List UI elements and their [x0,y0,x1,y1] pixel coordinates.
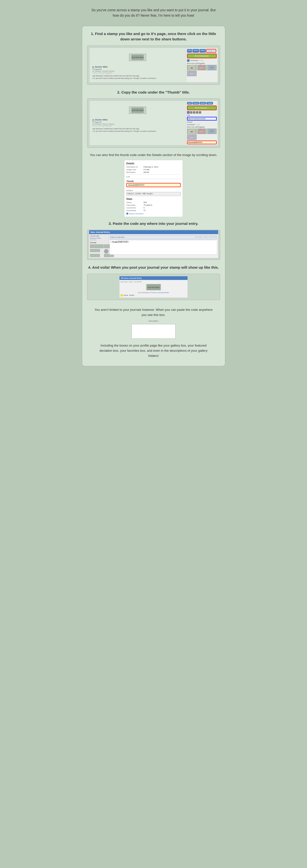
desc-box[interactable] [131,324,176,339]
details-link-row: Link [126,176,181,178]
journal-preview: Devious Journal Entry Sun Aug 7, 2011, 1… [119,276,188,298]
edit-skin-link[interactable]: Edit skin [90,239,108,241]
details-thumb-code[interactable]: :thumb359975707: [126,183,181,187]
step2-more-from: More from spFlingpallor [187,126,217,128]
svg-text:DOCTOR WHO: DOCTOR WHO [131,57,144,58]
journal-preview-body: Sun Aug 7, 2011, 10:03 PM DOCTOR WHO No … [120,280,187,298]
svg-text:NCIS: NCIS [211,130,213,132]
details-favs-label: Favourites [126,204,144,206]
thumb-item-4: QUEEN [187,71,196,76]
details-resolution-row: Resolution 99×56 [126,171,181,174]
svg-text:DOCTOR WHO: DOCTOR WHO [131,110,144,111]
step2-download-row: Download 4.0 KB [187,124,217,125]
svg-text:QUEEN: QUEEN [190,137,193,138]
download-label[interactable]: Download [190,60,198,61]
mood-value: Artistic [129,294,134,296]
step2-stat-btn[interactable]: Stat [187,102,192,104]
step2-icon1 [187,111,189,114]
prev-entries-link[interactable]: Previous Journal Entries [150,292,169,293]
step2-download-label[interactable]: Download [187,124,195,125]
page-copyright: ©2011-2015 spFlingpallor [93,72,183,74]
details-thumb-label: Thumb [126,180,181,183]
page-info: p: Doctor Who fFlingpallor Art Related /… [92,65,184,80]
tweet-button[interactable]: Tweet ▼ [206,49,216,53]
details-favs-row: Favourites 75 (who?) [126,204,181,206]
thumb-grid: ◉◉ BEATLES NCIS QUEEN [187,65,217,76]
details-embed-code: <object width= 400 height [126,192,181,195]
report-label[interactable]: Report Deviation [129,213,144,215]
step2-page-title: p: Doctor Who [93,119,183,121]
details-views-label: Views [126,201,144,204]
download-size: 4.0 KB [198,60,204,61]
stat-button[interactable]: Stat [187,49,192,53]
thumb-item-3: NCIS [207,65,217,70]
mood-icon [120,294,123,297]
step2-link-value[interactable]: http://m.deviant.club/ok [187,117,217,121]
click-to-add: Click to add title [111,236,124,238]
step2-page-right: Stat Share Share Tweet ★ In Favourit... [186,101,218,145]
step2-stamp-thumb: DOCTOR WHO [129,106,146,114]
step2-tweet-btn[interactable]: Tweet [206,102,213,104]
step2-thumb-code: :thumb359975707: [187,141,217,144]
fav-button[interactable]: ★ In Favourites [187,54,217,58]
mood-row: Mood: Artistic [120,294,187,297]
share-buttons-row: Stat Share Share Tweet ▼ [187,49,217,53]
outro-section: You aren't limited to your journals howe… [87,305,220,361]
journal-preview-date: Sun Aug 7, 2011, 10:03 PM [120,281,187,283]
step2-thumb-2: BEATLES [197,129,207,134]
page-author: fFlingpallor [93,68,183,70]
journal-content[interactable]: :thumb359975707: [110,240,217,255]
details-comments-label: Comments [126,207,144,209]
details-title: Details [126,162,181,165]
svg-text:DOCTOR WHO: DOCTOR WHO [147,286,160,288]
step2-fav-btn[interactable]: ★ In Favourit... [187,105,217,110]
details-imagesize-val: 4.0 KB [144,168,149,171]
outro-text2: Including the boxes on your profile page… [87,341,220,361]
page-say: say! Because I looked and couldn't find … [93,75,183,77]
sidebar-thumb-7 [90,254,100,257]
step2-breadcrumb: Art Related / Deviant Stamps [93,123,183,125]
download-icon [187,59,189,62]
step4-inner: Devious Journal Entry Sun Aug 7, 2011, 1… [87,274,220,300]
step4-screenshot: Devious Journal Entry Sun Aug 7, 2011, 1… [87,274,220,300]
details-favs-val: 75 (who?) [144,204,152,206]
journal-title-bar[interactable]: Click to add title Sun Aug 7, 2011, 10:0… [110,235,217,239]
skin-name: Deviant Green [90,237,108,239]
step2-share-btn[interactable]: Share [192,102,199,104]
step4-title: 4. And voila! When you post your journal… [87,265,220,270]
sidebar-thumb-5 [104,249,109,253]
details-downloads-row: Downloads 17 [126,209,181,212]
sidebar-items [90,244,108,257]
journal-label: Journal [90,242,108,244]
step2-inner: DOCTOR WHO p: Doctor Who fFlingpallor Ar… [89,101,218,146]
more-from-label: More from spFlingpallor [187,62,217,64]
desc-container: Description [87,320,220,339]
svg-text:◉◉: ◉◉ [191,67,193,69]
journal-preview-stamp: DOCTOR WHO [146,284,161,290]
journal-preview-header: Devious Journal Entry [120,276,187,280]
journal-footer: No Comments | Previous Journal Entries [120,292,187,293]
share-button-1[interactable]: Share [192,49,199,53]
page-note: e it, you don't have to bother yourself … [93,78,183,79]
step2-share-btn2[interactable]: Share [199,102,206,104]
share-button-2[interactable]: Share [199,49,206,53]
svg-text:QUEEN: QUEEN [190,73,193,74]
stamp-thumb: DOCTOR WHO [129,54,146,61]
mood-label: Mood: [124,294,128,296]
details-embed-row: Embed [126,189,181,191]
journal-date-placeholder: Sun Aug 7, 2011, 10:03 PM [195,236,216,238]
step2-author: fFlingpallor [93,121,183,123]
details-views-val: 954 [144,201,147,204]
step1-screenshot: DOCTOR WHO p: Doctor Who fFlingpallor Ar… [87,45,220,85]
step2-thumb-grid: ◉◉ BEATLES NCIS QUEEN [187,129,217,140]
report-link[interactable]: Report Deviation [126,213,181,215]
step2-download-size: 4.0 KB [195,124,200,125]
details-resolution-label: Resolution [126,171,144,174]
journal-header: New Journal Entry [89,230,218,234]
thumb-code-input: :thumb359975707: [111,241,129,243]
details-stats-label: Stats [126,198,181,200]
details-downloads-label: Downloads [126,209,144,212]
step2-section: 2. Copy the code under the "Thumb" title… [87,90,220,148]
step4-section: 4. And voila! When you post your journal… [87,265,220,300]
intro-text: So you've come across a stamp you like a… [77,0,231,23]
